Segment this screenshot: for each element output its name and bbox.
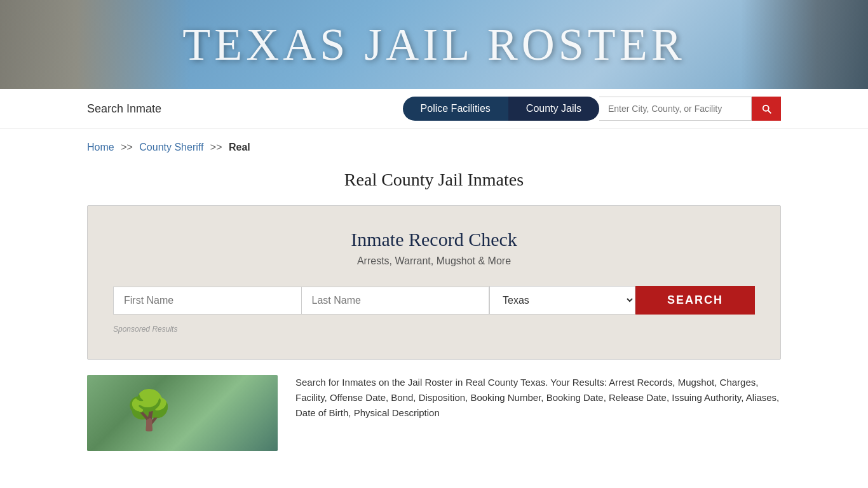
tab-county-jails[interactable]: County Jails: [508, 97, 599, 121]
search-icon: [761, 103, 772, 114]
facility-search-input[interactable]: [599, 97, 752, 121]
site-title: Texas Jail Roster: [182, 18, 685, 71]
header-banner: Texas Jail Roster: [0, 0, 868, 89]
last-name-input[interactable]: [301, 287, 490, 315]
state-select[interactable]: AlabamaAlaskaArizonaArkansasCaliforniaCo…: [489, 286, 635, 315]
capitol-decoration: [0, 0, 191, 89]
inmate-search-button[interactable]: SEARCH: [635, 286, 755, 315]
inmate-search-row: AlabamaAlaskaArizonaArkansasCaliforniaCo…: [113, 286, 755, 315]
breadcrumb: Home >> County Sheriff >> Real: [0, 129, 868, 159]
right-decoration: [741, 0, 868, 89]
bottom-section: Search for Inmates on the Jail Roster in…: [87, 375, 781, 451]
page-title: Real County Jail Inmates: [0, 159, 868, 205]
tab-police-facilities[interactable]: Police Facilities: [403, 97, 508, 121]
first-name-input[interactable]: [113, 287, 301, 315]
sponsored-label: Sponsored Results: [113, 325, 755, 334]
breadcrumb-home[interactable]: Home: [87, 142, 114, 152]
facility-search-button[interactable]: [752, 97, 781, 121]
breadcrumb-county-sheriff[interactable]: County Sheriff: [139, 142, 203, 152]
record-check-box: Inmate Record Check Arrests, Warrant, Mu…: [87, 205, 781, 360]
county-description: Search for Inmates on the Jail Roster in…: [295, 375, 781, 451]
breadcrumb-current: Real: [229, 142, 250, 152]
breadcrumb-sep2: >>: [210, 142, 222, 152]
record-check-subtitle: Arrests, Warrant, Mugshot & More: [113, 255, 755, 267]
search-inmate-label: Search Inmate: [87, 102, 161, 116]
nav-bar: Search Inmate Police Facilities County J…: [0, 89, 868, 129]
nav-right: Police Facilities County Jails: [403, 97, 781, 121]
breadcrumb-sep1: >>: [121, 142, 133, 152]
county-image: [87, 375, 278, 451]
record-check-title: Inmate Record Check: [113, 229, 755, 250]
